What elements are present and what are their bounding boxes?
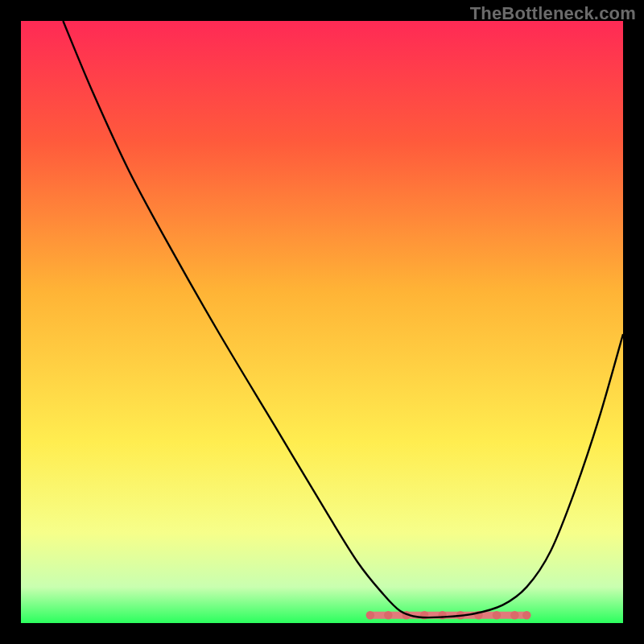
optimal-dot (438, 611, 446, 619)
optimal-dot (366, 611, 374, 619)
optimal-dot (522, 611, 530, 619)
watermark-text: TheBottleneck.com (470, 3, 636, 24)
optimal-dot (493, 611, 501, 619)
optimal-dot (510, 611, 518, 619)
chart-frame (21, 21, 623, 623)
optimal-dot (384, 611, 392, 619)
gradient-background (21, 21, 623, 623)
bottleneck-chart (21, 21, 623, 623)
